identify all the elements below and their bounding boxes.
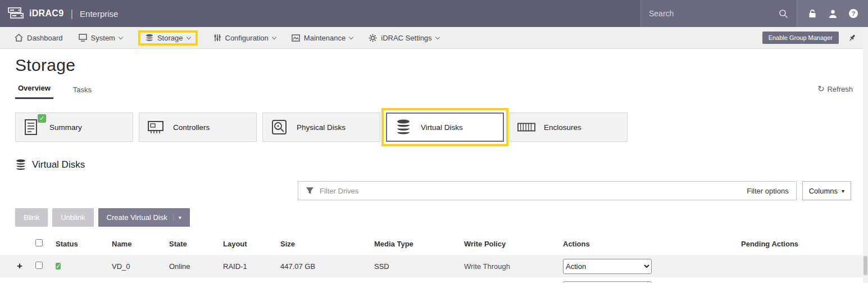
card-summary[interactable]: ✓ Summary — [15, 113, 133, 142]
card-physical-disks[interactable]: Physical Disks — [262, 113, 380, 142]
card-virtual-disks[interactable]: Virtual Disks — [386, 113, 504, 142]
gear-icon — [369, 34, 377, 42]
media-cell: SSD — [370, 255, 460, 277]
action-select[interactable]: Action — [563, 259, 652, 274]
brand-separator: | — [70, 8, 73, 20]
tab-tasks[interactable]: Tasks — [70, 86, 94, 99]
col-name: Name — [107, 232, 165, 255]
filter-drives-input[interactable] — [320, 187, 741, 195]
card-label: Physical Disks — [297, 123, 346, 132]
summary-status-badge: ✓ — [38, 114, 46, 123]
user-icon[interactable] — [827, 8, 838, 19]
refresh-icon: ↻ — [817, 84, 825, 94]
topbar: iDRAC9 | Enterprise — [0, 0, 868, 27]
nav-label: Configuration — [225, 34, 269, 42]
virtual-disks-section-header: Virtual Disks — [15, 159, 868, 171]
actions-cell: Action — [558, 277, 737, 283]
blink-button[interactable]: Blink — [15, 208, 48, 227]
caret-down-icon: ▾ — [842, 188, 844, 194]
create-virtual-disk-button[interactable]: Create Virtual Disk ▾ — [98, 208, 190, 227]
physical-disks-icon — [270, 118, 288, 136]
search-icon[interactable] — [778, 8, 789, 19]
chevron-down-icon — [435, 34, 439, 39]
nav-label: Dashboard — [27, 34, 63, 42]
row-checkbox[interactable] — [35, 262, 43, 269]
filter-options-link[interactable]: Filter options — [747, 187, 788, 195]
filter-row: Filter options Columns ▾ — [0, 181, 851, 200]
scrollbar-thumb[interactable] — [864, 256, 867, 275]
status-cell: ✓ — [51, 255, 107, 277]
action-select[interactable]: Action — [563, 281, 652, 283]
filter-drives-box: Filter options — [298, 181, 797, 200]
virtual-disks-icon — [394, 118, 412, 136]
search-input[interactable] — [649, 9, 773, 18]
tab-overview[interactable]: Overview — [15, 84, 53, 99]
col-state: State — [165, 232, 219, 255]
nav-label: System — [91, 34, 115, 42]
table-header-row: Status Name State Layout Size Media Type… — [0, 232, 868, 255]
nav-item-maintenance[interactable]: Maintenance — [292, 34, 353, 42]
tabs-row: Overview Tasks ↻ Refresh — [15, 84, 853, 99]
caret-down-icon: ▾ — [173, 214, 181, 221]
card-label: Summary — [49, 123, 82, 132]
controllers-icon — [147, 118, 165, 136]
storage-category-cards: ✓ Summary Controllers Physica — [15, 113, 853, 142]
refresh-button[interactable]: ↻ Refresh — [817, 84, 853, 99]
funnel-icon — [306, 187, 314, 195]
nav-item-system[interactable]: System — [79, 34, 122, 42]
nav-item-configuration[interactable]: Configuration — [213, 34, 276, 42]
help-icon[interactable]: ? — [848, 8, 859, 19]
navbar-right: Enable Group Manager — [762, 32, 857, 44]
card-enclosures[interactable]: Enclosures — [510, 113, 628, 142]
unblink-button[interactable]: Unblink — [52, 208, 93, 227]
maintenance-icon — [292, 34, 300, 42]
status-cell: ✓ — [51, 277, 107, 283]
nav-item-dashboard[interactable]: Dashboard — [15, 34, 63, 42]
write-policy-cell: Write Through — [460, 255, 558, 277]
nav-item-idrac-settings[interactable]: iDRAC Settings — [369, 34, 439, 42]
pin-icon[interactable] — [848, 33, 857, 42]
state-cell: Online — [165, 255, 219, 277]
pending-actions-cell — [737, 277, 868, 283]
refresh-label: Refresh — [827, 85, 853, 93]
columns-button[interactable]: Columns ▾ — [802, 181, 851, 200]
card-label: Controllers — [173, 123, 210, 132]
nav-label: iDRAC Settings — [381, 34, 431, 42]
idrac-logo-icon — [8, 7, 24, 20]
section-title: Virtual Disks — [32, 159, 85, 170]
card-controllers[interactable]: Controllers — [139, 113, 257, 142]
global-search — [640, 0, 797, 27]
state-cell: Online — [165, 277, 219, 283]
expand-row-button[interactable]: + — [0, 255, 31, 277]
topbar-icon-group: ? — [797, 0, 868, 27]
enable-group-manager-button[interactable]: Enable Group Manager — [762, 32, 839, 44]
pending-actions-cell — [737, 255, 868, 277]
brand-name: iDRAC9 — [29, 8, 63, 19]
card-label: Enclosures — [544, 123, 581, 132]
select-all-header — [31, 232, 51, 255]
page-title: Storage — [15, 56, 868, 75]
expand-row-button[interactable]: + — [0, 277, 31, 283]
status-ok-icon: ✓ — [56, 263, 61, 269]
lock-icon[interactable] — [807, 8, 818, 19]
col-layout: Layout — [219, 232, 276, 255]
table-row: + ✓ DATA Online RAID-6 60798.38 GB SSD W… — [0, 277, 868, 283]
card-label: Virtual Disks — [421, 123, 463, 132]
layout-cell: RAID-1 — [219, 255, 276, 277]
system-icon — [79, 34, 87, 42]
storage-icon — [146, 34, 153, 42]
size-cell: 447.07 GB — [276, 255, 370, 277]
row-select-cell — [31, 255, 51, 277]
nav-label: Storage — [157, 34, 183, 42]
table-row: + ✓ VD_0 Online RAID-1 447.07 GB SSD Wri… — [0, 255, 868, 277]
write-policy-cell: Write Back — [460, 277, 558, 283]
nav-item-storage[interactable]: Storage — [146, 34, 190, 42]
vertical-scrollbar[interactable] — [863, 27, 868, 283]
virtual-disks-table: Status Name State Layout Size Media Type… — [0, 232, 868, 283]
col-size: Size — [276, 232, 370, 255]
select-all-checkbox[interactable] — [35, 239, 43, 246]
topbar-brand-area: iDRAC9 | Enterprise — [0, 0, 640, 27]
enclosures-icon — [517, 118, 535, 136]
chevron-down-icon — [272, 34, 276, 39]
expand-header — [0, 232, 31, 255]
